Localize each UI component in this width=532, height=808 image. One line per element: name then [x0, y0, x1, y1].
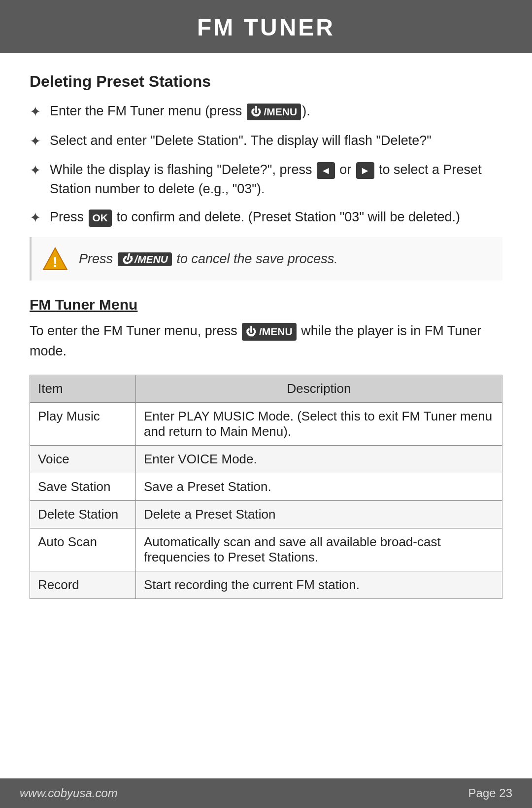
table-cell-item: Record — [30, 571, 136, 599]
intro-menu-badge: ⏻ /MENU — [242, 323, 297, 341]
section-fm-tuner-menu: FM Tuner Menu To enter the FM Tuner menu… — [30, 296, 502, 599]
warning-icon: ! — [42, 246, 68, 272]
bullet-list: ✦ Enter the FM Tuner menu (press ⏻ /MENU… — [30, 102, 502, 228]
table-cell-description: Start recording the current FM station. — [136, 571, 502, 599]
bullet-text-3: While the display is flashing "Delete?",… — [50, 160, 502, 199]
table-cell-item: Play Music — [30, 403, 136, 446]
list-item: ✦ Press OK to confirm and delete. (Prese… — [30, 208, 502, 228]
page-title: FM TUNER — [197, 14, 335, 40]
bullet-icon: ✦ — [30, 208, 41, 228]
page-footer: www.cobyusa.com Page 23 — [0, 778, 532, 808]
left-badge: ◄ — [317, 162, 335, 179]
table-row: Auto ScanAutomatically scan and save all… — [30, 528, 502, 571]
main-content: Deleting Preset Stations ✦ Enter the FM … — [0, 53, 532, 778]
table-cell-description: Save a Preset Station. — [136, 473, 502, 501]
table-cell-description: Automatically scan and save all availabl… — [136, 528, 502, 571]
bullet-icon: ✦ — [30, 161, 41, 181]
bullet-icon: ✦ — [30, 102, 41, 122]
menu-badge: ⏻ /MENU — [247, 104, 301, 120]
section-deleting-preset-stations: Deleting Preset Stations ✦ Enter the FM … — [30, 72, 502, 281]
warning-text: Press ⏻ /MENU to cancel the save process… — [79, 251, 338, 267]
footer-website: www.cobyusa.com — [20, 786, 118, 800]
col-item-header: Item — [30, 375, 136, 403]
right-badge: ► — [356, 162, 374, 179]
list-item: ✦ Enter the FM Tuner menu (press ⏻ /MENU… — [30, 102, 502, 122]
table-cell-description: Delete a Preset Station — [136, 501, 502, 528]
section1-heading: Deleting Preset Stations — [30, 72, 502, 91]
bullet-icon: ✦ — [30, 132, 41, 152]
table-cell-item: Voice — [30, 446, 136, 473]
table-cell-item: Save Station — [30, 473, 136, 501]
section2-intro: To enter the FM Tuner menu, press ⏻ /MEN… — [30, 321, 502, 361]
table-cell-item: Auto Scan — [30, 528, 136, 571]
table-row: Delete StationDelete a Preset Station — [30, 501, 502, 528]
page-header: FM TUNER — [0, 0, 532, 53]
table-row: Play MusicEnter PLAY MUSIC Mode. (Select… — [30, 403, 502, 446]
list-item: ✦ While the display is flashing "Delete?… — [30, 160, 502, 199]
table-body: Play MusicEnter PLAY MUSIC Mode. (Select… — [30, 403, 502, 599]
table-row: Save StationSave a Preset Station. — [30, 473, 502, 501]
table-cell-description: Enter PLAY MUSIC Mode. (Select this to e… — [136, 403, 502, 446]
table-row: RecordStart recording the current FM sta… — [30, 571, 502, 599]
menu-table: Item Description Play MusicEnter PLAY MU… — [30, 375, 502, 599]
bullet-text-4: Press OK to confirm and delete. (Preset … — [50, 208, 460, 227]
warning-menu-badge: ⏻ /MENU — [118, 252, 172, 266]
section2-heading: FM Tuner Menu — [30, 296, 502, 313]
col-description-header: Description — [136, 375, 502, 403]
footer-page: Page 23 — [468, 786, 512, 800]
list-item: ✦ Select and enter "Delete Station". The… — [30, 131, 502, 152]
bullet-text-2: Select and enter "Delete Station". The d… — [50, 131, 432, 150]
svg-text:!: ! — [53, 254, 57, 270]
table-cell-item: Delete Station — [30, 501, 136, 528]
table-header-row: Item Description — [30, 375, 502, 403]
warning-box: ! Press ⏻ /MENU to cancel the save proce… — [30, 237, 502, 281]
table-row: VoiceEnter VOICE Mode. — [30, 446, 502, 473]
bullet-text-1: Enter the FM Tuner menu (press ⏻ /MENU). — [50, 102, 310, 121]
ok-badge: OK — [89, 210, 112, 226]
table-cell-description: Enter VOICE Mode. — [136, 446, 502, 473]
